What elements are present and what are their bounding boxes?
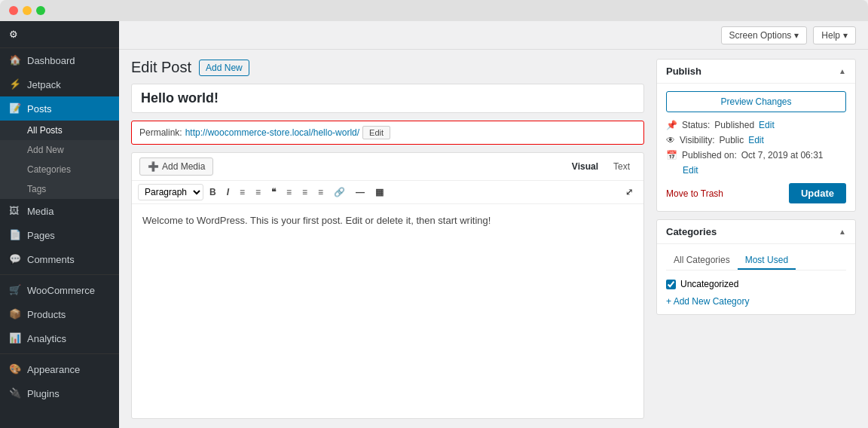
permalink-link[interactable]: http://woocommerce-store.local/hello-wor… <box>185 127 359 138</box>
status-label: Status: <box>682 120 710 130</box>
comments-icon: 💬 <box>9 253 21 265</box>
sidebar-subitem-add-new[interactable]: Add New <box>0 140 119 160</box>
editor-formatting-toolbar: Paragraph B I ≡ ≡ ❝ ≡ ≡ ≡ 🔗 — ▦ ⤢ <box>132 181 643 204</box>
add-media-label: Add Media <box>162 161 205 172</box>
editor-content[interactable]: Welcome to WordPress. This is your first… <box>132 204 643 418</box>
plugins-icon: 🔌 <box>9 387 21 399</box>
sidebar-item-label: Jetpack <box>27 79 61 90</box>
view-toggle: Visual Text <box>566 159 636 174</box>
sidebar-item-plugins[interactable]: 🔌 Plugins <box>0 381 119 405</box>
sidebar-item-appearance[interactable]: 🎨 Appearance <box>0 357 119 381</box>
publish-meta: 📌 Status: Published Edit 👁 Visibility: P… <box>666 120 846 176</box>
post-title-input[interactable] <box>131 84 644 113</box>
all-categories-tab[interactable]: All Categories <box>666 252 738 270</box>
sidebar: ⚙ 🏠 Dashboard ⚡ Jetpack 📝 Posts All Post… <box>0 21 119 428</box>
table-button[interactable]: ▦ <box>371 185 388 200</box>
visibility-row: 👁 Visibility: Public Edit <box>666 135 846 145</box>
most-used-tab[interactable]: Most Used <box>738 252 796 270</box>
visibility-edit-link[interactable]: Edit <box>748 135 764 145</box>
publish-chevron-icon[interactable]: ▲ <box>839 67 846 75</box>
published-on-row: 📅 Published on: Oct 7, 2019 at 06:31 Edi… <box>666 150 846 176</box>
blockquote-button[interactable]: ❝ <box>267 185 280 200</box>
sidebar-item-products[interactable]: 📦 Products <box>0 302 119 326</box>
update-button[interactable]: Update <box>789 183 846 203</box>
sidebar-item-pages[interactable]: 📄 Pages <box>0 223 119 247</box>
status-icon: 📌 <box>666 120 677 130</box>
insert-link-button[interactable]: 🔗 <box>329 185 350 200</box>
text-view-button[interactable]: Text <box>607 159 636 174</box>
sidebar-item-media[interactable]: 🖼 Media <box>0 199 119 223</box>
sidebar-item-posts[interactable]: 📝 Posts <box>0 96 119 121</box>
page-title-row: Edit Post Add New <box>131 59 644 76</box>
sidebar-subitem-all-posts[interactable]: All Posts <box>0 121 119 140</box>
sidebar-item-label: Comments <box>27 254 75 265</box>
sidebar-item-dashboard[interactable]: 🏠 Dashboard <box>0 48 119 72</box>
unordered-list-button[interactable]: ≡ <box>235 185 249 200</box>
sidebar-item-jetpack[interactable]: ⚡ Jetpack <box>0 72 119 96</box>
visual-view-button[interactable]: Visual <box>566 159 604 174</box>
permalink-edit-button[interactable]: Edit <box>362 126 390 139</box>
status-edit-link[interactable]: Edit <box>759 120 775 130</box>
align-left-button[interactable]: ≡ <box>282 185 296 200</box>
categories-panel: Categories ▲ All Categories Most Used Un… <box>656 219 856 315</box>
ordered-list-button[interactable]: ≡ <box>251 185 265 200</box>
uncategorized-checkbox[interactable] <box>666 280 676 289</box>
products-icon: 📦 <box>9 308 21 320</box>
close-dot[interactable] <box>9 6 18 15</box>
published-on-value: Oct 7, 2019 at 06:31 <box>741 150 824 160</box>
preview-changes-button[interactable]: Preview Changes <box>666 91 846 112</box>
minimize-dot[interactable] <box>23 6 32 15</box>
publish-panel-body: Preview Changes 📌 Status: Published Edit… <box>657 84 855 211</box>
published-edit-link[interactable]: Edit <box>683 165 698 176</box>
screen-options-button[interactable]: Screen Options ▾ <box>721 26 808 44</box>
sidebar-item-woocommerce[interactable]: 🛒 WooCommerce <box>0 278 119 302</box>
status-row: 📌 Status: Published Edit <box>666 120 846 130</box>
sidebar-subitem-categories[interactable]: Categories <box>0 160 119 179</box>
sidebar-item-label: WooCommerce <box>27 285 95 296</box>
add-media-icon: ➕ <box>148 161 159 172</box>
categories-panel-header: Categories ▲ <box>657 220 855 244</box>
help-button[interactable]: Help ▾ <box>813 26 856 44</box>
fullscreen-button[interactable]: ⤢ <box>621 185 637 200</box>
sidebar-item-label: Plugins <box>27 388 60 399</box>
screen-options-label: Screen Options <box>729 30 792 41</box>
italic-button[interactable]: I <box>222 185 234 200</box>
published-on-label: Published on: <box>682 150 737 160</box>
maximize-dot[interactable] <box>36 6 45 15</box>
page-heading: Edit Post <box>131 59 191 76</box>
main-content: Screen Options ▾ Help ▾ Edit Post Add Ne… <box>119 21 868 428</box>
bold-button[interactable]: B <box>205 185 221 200</box>
permalink-label: Permalink: <box>139 127 182 138</box>
add-new-button[interactable]: Add New <box>199 60 249 76</box>
uncategorized-label: Uncategorized <box>680 279 738 289</box>
align-center-button[interactable]: ≡ <box>298 185 312 200</box>
categories-chevron-icon[interactable]: ▲ <box>839 228 846 236</box>
sidebar-item-analytics[interactable]: 📊 Analytics <box>0 326 119 350</box>
move-to-trash-link[interactable]: Move to Trash <box>666 188 723 199</box>
add-new-category-link[interactable]: + Add New Category <box>666 296 846 307</box>
sidebar-item-label: Analytics <box>27 333 66 344</box>
jetpack-icon: ⚡ <box>9 78 21 90</box>
appearance-icon: 🎨 <box>9 363 21 375</box>
publish-panel-header: Publish ▲ <box>657 60 855 84</box>
insert-readmore-button[interactable]: — <box>351 185 369 200</box>
screen-options-chevron-icon: ▾ <box>794 30 799 41</box>
titlebar <box>0 0 868 21</box>
align-right-button[interactable]: ≡ <box>313 185 328 200</box>
sidebar-subitem-tags[interactable]: Tags <box>0 179 119 199</box>
sidebar-item-comments[interactable]: 💬 Comments <box>0 247 119 271</box>
publish-panel-title: Publish <box>666 66 701 77</box>
page-area: Edit Post Add New Permalink: http://wooc… <box>119 50 868 428</box>
add-media-button[interactable]: ➕ Add Media <box>139 157 213 176</box>
wp-logo-icon: ⚙ <box>9 29 18 40</box>
category-tabs: All Categories Most Used <box>666 252 846 271</box>
sidebar-logo: ⚙ <box>0 21 119 48</box>
editor-toolbar-top: ➕ Add Media Visual Text <box>132 153 643 181</box>
publish-actions: Move to Trash Update <box>666 183 846 203</box>
publish-panel: Publish ▲ Preview Changes 📌 Status: Publ… <box>656 59 856 212</box>
dashboard-icon: 🏠 <box>9 54 21 66</box>
sidebar-item-label: Products <box>27 309 66 320</box>
side-panels: Publish ▲ Preview Changes 📌 Status: Publ… <box>656 59 856 419</box>
paragraph-select[interactable]: Paragraph <box>138 184 203 200</box>
woocommerce-icon: 🛒 <box>9 284 21 296</box>
